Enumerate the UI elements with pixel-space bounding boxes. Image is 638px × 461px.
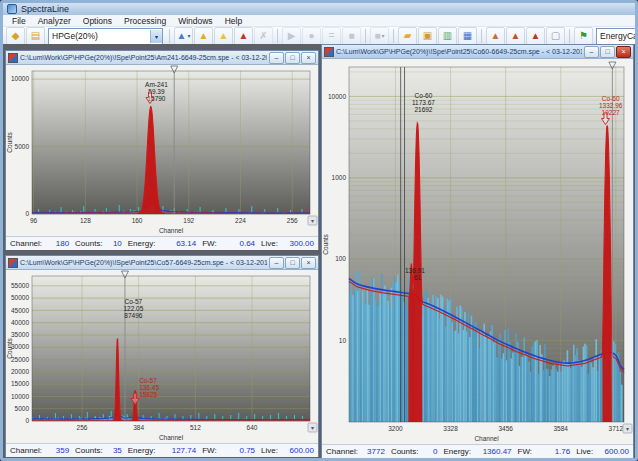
svg-text:20000: 20000 <box>11 368 29 375</box>
menu-help[interactable]: Help <box>219 16 248 26</box>
peak-annotation: Co-60 <box>602 95 620 102</box>
peak-search-button[interactable]: ▲▾ <box>174 27 193 45</box>
peak-annotation: 136.45 <box>139 384 159 391</box>
status-bar: Channel:180Counts:10Energy:63.14FW:0.64L… <box>6 236 318 250</box>
window-titlebar[interactable]: C:\Lum\Work\GP\HPGe(20%)\!Spe\Point25\Co… <box>6 256 318 270</box>
acquire-stop-all-icon: ■ <box>374 31 380 41</box>
menu-analyzer[interactable]: Analyzer <box>32 16 77 26</box>
calibration-button[interactable]: ⚑ <box>574 27 593 45</box>
save-spectrum-button[interactable]: ▣ <box>418 27 437 45</box>
svg-text:15000: 15000 <box>11 380 29 387</box>
monitor-button[interactable]: ▢ <box>546 27 565 45</box>
x-axis-label: Channel <box>474 435 499 442</box>
detector-table-button[interactable]: ▤ <box>26 27 45 45</box>
chevron-down-icon: ▾ <box>311 218 314 224</box>
window-titlebar[interactable]: C:\Lum\Work\GP\HPGe(20%)\!Spe\Point25\Am… <box>6 51 318 65</box>
minimize-button[interactable]: – <box>269 52 284 64</box>
maximize-button[interactable]: □ <box>600 46 615 58</box>
spectrum-chart-co60[interactable]: 1010010001000032003328345635843712Channe… <box>322 59 633 444</box>
app-title: SpectraLine <box>21 4 69 14</box>
peak-fit-button[interactable]: ▲ <box>234 27 253 45</box>
roi-edit-icon: ▲ <box>511 31 521 41</box>
peak-clear-button[interactable]: ✗ <box>254 27 273 45</box>
open-spectrum-button[interactable]: ▰ <box>398 27 417 45</box>
menu-file[interactable]: File <box>6 16 32 26</box>
minimize-button[interactable]: – <box>584 46 599 58</box>
x-axis-label: Channel <box>159 227 184 234</box>
acquire-record-button[interactable]: ● <box>302 27 321 45</box>
minimize-button[interactable]: – <box>269 257 284 269</box>
report-button[interactable]: ▥ <box>438 27 457 45</box>
acquire-stop-all-button[interactable]: ■▾ <box>370 27 389 45</box>
status-item-counts: Counts:35 <box>72 445 125 456</box>
acquire-start-icon: ▶ <box>288 31 296 41</box>
menu-options[interactable]: Options <box>77 16 118 26</box>
chevron-down-icon: ▾ <box>187 33 190 39</box>
roi-delete-button[interactable]: ▲ <box>526 27 545 45</box>
window-buttons: –□× <box>269 257 316 269</box>
status-value: 10 <box>113 238 122 249</box>
status-label: Channel: <box>10 238 42 249</box>
maximize-button[interactable]: □ <box>285 52 300 64</box>
svg-text:224: 224 <box>235 217 246 224</box>
status-value: 600.00 <box>289 445 313 456</box>
peak-annotation: Am-241 <box>145 81 168 88</box>
menu-bar: FileAnalyzerOptionsProcessingWindowsHelp <box>3 15 635 27</box>
chevron-down-icon[interactable]: ▾ <box>150 30 162 43</box>
acquire-pause-button[interactable]: = <box>322 27 341 45</box>
acquire-stop-button[interactable]: ■ <box>342 27 361 45</box>
close-button[interactable]: × <box>301 257 316 269</box>
svg-text:55000: 55000 <box>11 282 29 289</box>
menu-windows[interactable]: Windows <box>172 16 218 26</box>
status-label: Counts: <box>75 238 103 249</box>
peak-annotation: Co-60 <box>415 92 433 99</box>
toolbar-separator <box>481 29 482 43</box>
acquire-start-button[interactable]: ▶ <box>282 27 301 45</box>
status-item-channel: Channel:359 <box>7 445 72 456</box>
status-label: FW: <box>202 238 217 249</box>
svg-text:10000: 10000 <box>328 93 346 100</box>
roi-edit-button[interactable]: ▲ <box>506 27 525 45</box>
calibration-select[interactable]: EnergyCalibration▾ <box>596 28 638 45</box>
spectrum-chart-co57[interactable]: 0500010000150002000025000300003500040000… <box>6 270 318 443</box>
window-titlebar[interactable]: C:\Lum\Work\GP\HPGe(20%)\!Spe\Point25\Co… <box>322 45 633 59</box>
status-label: FW: <box>518 446 533 457</box>
svg-text:384: 384 <box>133 424 144 431</box>
detector-select-value: HPGe(20%) <box>52 31 98 41</box>
status-item-fw: FW:1.76 <box>515 446 574 457</box>
status-item-live: Live:600.00 <box>258 445 317 456</box>
spectrum-chart-am241[interactable]: 050001000096128160192224256ChannelCounts… <box>6 65 318 236</box>
svg-text:256: 256 <box>77 424 88 431</box>
spectrum-list-button[interactable]: ◆ <box>6 27 25 45</box>
app-titlebar[interactable]: SpectraLine <box>3 3 635 15</box>
menu-processing[interactable]: Processing <box>118 16 172 26</box>
roi-add-button[interactable]: ▲ <box>486 27 505 45</box>
window-title: C:\Lum\Work\GP\HPGe(20%)\!Spe\Point25\Co… <box>20 258 267 267</box>
toolbar-separator <box>169 29 170 43</box>
peak-identify-icon: ▲ <box>199 31 209 41</box>
status-item-channel: Channel:3772 <box>323 446 388 457</box>
export-button[interactable]: ▦ <box>458 27 477 45</box>
close-button[interactable]: × <box>301 52 316 64</box>
status-value: 359 <box>56 445 69 456</box>
svg-text:3712: 3712 <box>609 425 624 432</box>
detector-select[interactable]: HPGe(20%)▾ <box>48 28 163 45</box>
spectrum-window-am241: C:\Lum\Work\GP\HPGe(20%)\!Spe\Point25\Am… <box>5 50 319 250</box>
status-bar: Channel:3772Counts:0Energy:1360.47FW:1.7… <box>322 444 633 458</box>
acquire-pause-icon: = <box>329 31 335 41</box>
svg-text:5000: 5000 <box>15 405 30 412</box>
x-axis-label: Channel <box>159 434 184 441</box>
status-item-energy: Energy:1360.47 <box>440 446 514 457</box>
svg-text:128: 128 <box>80 217 91 224</box>
status-label: Energy: <box>128 238 156 249</box>
peak-identify-button[interactable]: ▲ <box>194 27 213 45</box>
status-label: Live: <box>576 446 593 457</box>
peak-mark-button[interactable]: ▲ <box>214 27 233 45</box>
close-button[interactable]: × <box>616 46 631 58</box>
status-label: Channel: <box>10 445 42 456</box>
chevron-down-icon: ▾ <box>311 425 314 431</box>
status-label: Energy: <box>443 446 471 457</box>
peak-mark-icon: ▲ <box>219 31 229 41</box>
svg-text:0: 0 <box>25 417 29 424</box>
maximize-button[interactable]: □ <box>285 257 300 269</box>
